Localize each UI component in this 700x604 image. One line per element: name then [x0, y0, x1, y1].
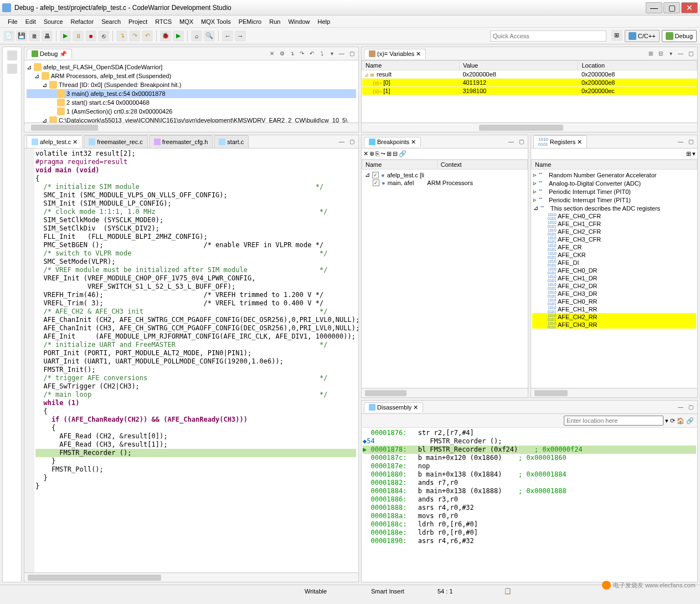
- maximize-icon[interactable]: ▢: [686, 49, 695, 58]
- resume-button[interactable]: ▶: [60, 30, 71, 42]
- register-item[interactable]: 10100101AFE_DI: [532, 259, 696, 267]
- menu-file[interactable]: File: [4, 17, 21, 26]
- debug-stack-item[interactable]: ⊿afelp_test_FLASH_OpenSDA [CodeWarrior]: [27, 63, 356, 71]
- save-button[interactable]: 💾: [16, 30, 27, 42]
- disassembly-row[interactable]: 00001884: b main+0x138 (0x1888) ; 0x0000…: [363, 487, 696, 495]
- variable-row[interactable]: (x)= [1]31981000x200000ec: [362, 87, 697, 95]
- menu-source[interactable]: Source: [40, 17, 66, 26]
- reg-col-name[interactable]: Name: [532, 160, 697, 170]
- disassembly-row[interactable]: 00001882: ands r7,r0: [363, 479, 696, 487]
- reg-format-icon[interactable]: ⊞: [686, 150, 691, 157]
- minimize-icon[interactable]: —: [676, 403, 685, 412]
- debug-stack-item[interactable]: ⊿Thread [ID: 0x0] (Suspended: Breakpoint…: [27, 80, 356, 89]
- bp-col-name[interactable]: Name: [362, 160, 437, 170]
- menu-project[interactable]: Project: [125, 17, 151, 26]
- show-type-icon[interactable]: ⊞: [646, 49, 655, 58]
- perspective-cpp[interactable]: C/C++: [625, 30, 660, 42]
- skip-icon[interactable]: ⤳: [380, 150, 385, 157]
- col-name[interactable]: Name: [362, 61, 460, 70]
- step-return-icon[interactable]: ↶: [307, 49, 316, 58]
- open-perspective-button[interactable]: ⊞: [611, 30, 622, 41]
- tab-registers[interactable]: 10100101 Registers ✕: [533, 135, 587, 148]
- outline-icon[interactable]: [7, 64, 17, 74]
- menu-rtcs[interactable]: RTCS: [152, 17, 175, 26]
- debug-stack-item[interactable]: 1 (AsmSection)() crt0.s:28 0x00000426: [27, 107, 356, 116]
- reg-view-icon[interactable]: ▾: [692, 150, 696, 157]
- register-group[interactable]: ▹ᵒᵒAnalog-to-Digital Converter (ADC): [532, 179, 696, 187]
- register-item[interactable]: 10100101AFE_CH1_CFR: [532, 220, 696, 228]
- maximize-icon[interactable]: ▢: [347, 49, 356, 58]
- tab-breakpoints[interactable]: Breakpoints ✕: [364, 137, 421, 147]
- register-item[interactable]: 10100101AFE_CH2_DR: [532, 282, 696, 290]
- back-button[interactable]: ←: [222, 30, 233, 42]
- code-editor[interactable]: volatile int32 result[2];#pragma require…: [24, 149, 358, 572]
- maximize-button[interactable]: ▢: [663, 2, 680, 13]
- link-icon[interactable]: 🔗: [399, 150, 406, 157]
- remove-bp-icon[interactable]: ✕: [363, 150, 368, 157]
- register-item[interactable]: 10100101AFE_CH3_RR: [532, 321, 696, 329]
- menu-pemicro[interactable]: PEMicro: [235, 17, 265, 26]
- menu-mqx-tools[interactable]: MQX Tools: [198, 17, 234, 26]
- disassembly-row[interactable]: 0000188a: movs r0,r0: [363, 512, 696, 520]
- close-button[interactable]: ✕: [681, 2, 698, 13]
- bp-col-context[interactable]: Context: [437, 160, 527, 170]
- register-item[interactable]: 10100101AFE_CH3_DR: [532, 290, 696, 298]
- location-dropdown-icon[interactable]: ▾: [665, 417, 668, 424]
- forward-button[interactable]: →: [235, 30, 246, 42]
- terminate-button[interactable]: ■: [85, 30, 96, 42]
- open-type-button[interactable]: ⌕: [191, 30, 202, 42]
- disassembly-row[interactable]: 00001880: b main+0x138 (0x1884) ; 0x0000…: [363, 470, 696, 479]
- tab-debug[interactable]: Debug 📌: [27, 49, 72, 59]
- disassembly-row[interactable]: 00001886: ands r3,r0: [363, 495, 696, 504]
- debug-stack-item[interactable]: ⊿C:\Data\ccwork\s55013_view\ICONN\IC161\…: [27, 116, 356, 122]
- register-item[interactable]: 10100101AFE_CH2_RR: [532, 313, 696, 321]
- status-icon[interactable]: 📋: [504, 587, 512, 595]
- variable-row[interactable]: ⊿ 🗉 result0x200000e80x200000e8: [362, 70, 697, 79]
- run-button[interactable]: ▶: [173, 30, 184, 42]
- step-return-icon[interactable]: ↶: [142, 30, 153, 42]
- menu-mqx[interactable]: MQX: [176, 17, 197, 26]
- disassembly-row[interactable]: 0000188c: ldrh r0,[r6,#0]: [363, 520, 696, 529]
- debug-stack-item[interactable]: 2 start() start.c:54 0x00000468: [27, 98, 356, 107]
- register-item[interactable]: 10100101AFE_CH1_RR: [532, 305, 696, 313]
- register-group[interactable]: ⊿ᵒᵒThis section describes the ADC regist…: [532, 204, 696, 212]
- step-over-icon[interactable]: ↷: [297, 49, 306, 58]
- search-button[interactable]: 🔍: [204, 30, 215, 42]
- register-item[interactable]: 10100101AFE_CH0_CFR: [532, 212, 696, 220]
- suspend-button[interactable]: ⏸: [73, 30, 84, 42]
- register-group[interactable]: ▹ᵒᵒPeriodic Interrupt Timer (PIT0): [532, 187, 696, 196]
- register-group[interactable]: ▹ᵒᵒRandom Number Generator Accelerator: [532, 171, 696, 179]
- maximize-icon[interactable]: ▢: [347, 137, 356, 146]
- quick-access-input[interactable]: [490, 30, 606, 42]
- col-location[interactable]: Location: [578, 61, 697, 70]
- disassembly-row[interactable]: 0000187c: b main+0x120 (0x1860) ; 0x0000…: [363, 454, 696, 462]
- minimize-icon[interactable]: —: [676, 137, 685, 146]
- minimize-icon[interactable]: —: [507, 137, 516, 146]
- step-into-icon[interactable]: ↴: [116, 30, 127, 42]
- maximize-icon[interactable]: ▢: [686, 403, 695, 412]
- print-button[interactable]: 🖶: [42, 30, 53, 42]
- collapse-icon[interactable]: ⊟: [393, 150, 398, 157]
- disassembly-row[interactable]: ◆54 FMSTR_Recorder ();: [363, 437, 696, 446]
- tab-disassembly[interactable]: Disassembly ✕: [364, 402, 423, 412]
- view-menu-icon[interactable]: ▾: [327, 49, 336, 58]
- minimize-icon[interactable]: —: [676, 49, 685, 58]
- breakpoint-item[interactable]: ⊿✓●afelp_test.c [li: [363, 171, 527, 179]
- disassembly-row[interactable]: 0000188e: ldrb r0,[r0,#0]: [363, 529, 696, 537]
- debug-button[interactable]: 🐞: [160, 30, 171, 42]
- menu-refactor[interactable]: Refactor: [68, 17, 97, 26]
- menu-search[interactable]: Search: [98, 17, 124, 26]
- menu-run[interactable]: Run: [266, 17, 284, 26]
- collapse-icon[interactable]: ⊟: [656, 49, 665, 58]
- disassembly-row[interactable]: ▶ 00001878: bl FMSTR_Recorder (0xf24) ; …: [363, 446, 696, 454]
- maximize-icon[interactable]: ▢: [686, 137, 695, 146]
- register-item[interactable]: 10100101AFE_CH2_CFR: [532, 228, 696, 236]
- register-item[interactable]: 10100101AFE_CH0_DR: [532, 267, 696, 274]
- minimize-icon[interactable]: —: [337, 49, 346, 58]
- disconnect-button[interactable]: ⎋: [98, 30, 109, 42]
- view-menu-icon[interactable]: ▾: [666, 49, 675, 58]
- menu-edit[interactable]: Edit: [22, 17, 39, 26]
- variable-row[interactable]: (x)= [0]40119120x200000e8: [362, 79, 697, 87]
- refresh-icon[interactable]: ⟳: [670, 417, 675, 424]
- remove-all-icon[interactable]: ⊗: [369, 150, 374, 157]
